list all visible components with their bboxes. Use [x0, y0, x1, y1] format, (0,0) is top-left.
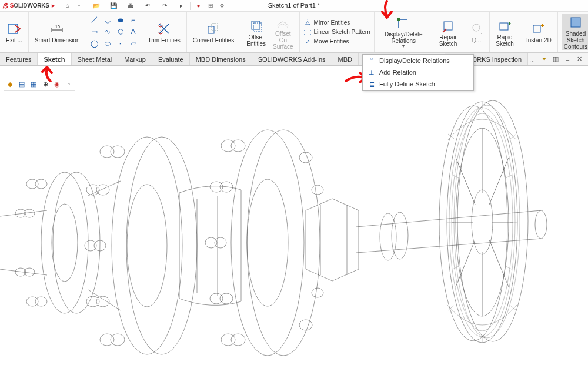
- dropdown-icon[interactable]: ▶: [52, 4, 55, 8]
- svg-point-14: [41, 172, 88, 313]
- offset-label: Offset Entities: [246, 34, 266, 47]
- tab-overflow-icon[interactable]: …: [528, 55, 536, 63]
- title-bar: ẞ SOLIDWORKS ▶ ⌂ ▫ 📂 💾 🖶 ↶ ↷ ▸ ● ⊞ ⚙ Ske…: [0, 0, 588, 12]
- svg-line-68: [489, 158, 509, 205]
- app-name-mid: OLID: [14, 2, 27, 9]
- svg-rect-11: [500, 23, 508, 30]
- save-icon[interactable]: 💾: [109, 1, 118, 11]
- tab-evaluate[interactable]: Evaluate: [152, 53, 190, 65]
- new-doc-icon[interactable]: ▫: [75, 1, 84, 11]
- svg-line-30: [88, 181, 121, 196]
- svg-line-80: [448, 306, 454, 310]
- display-delete-icon: ⸋: [368, 56, 376, 65]
- repair-sketch-button[interactable]: Repair Sketch: [437, 18, 460, 47]
- tab-minus-icon[interactable]: –: [563, 55, 572, 63]
- offset-entities-button[interactable]: Offset Entities: [244, 18, 268, 47]
- dropdown-chevron-icon: ▾: [402, 44, 405, 49]
- command-manager-tabs: Features Sketch Sheet Metal Markup Evalu…: [0, 53, 588, 66]
- spline-tool-icon[interactable]: ∿: [103, 27, 112, 36]
- open-icon[interactable]: 📂: [92, 1, 101, 11]
- tab-mbd-label: MBD: [338, 56, 352, 63]
- add-relation-icon: ⊥: [368, 68, 376, 76]
- polygon-tool-icon[interactable]: ⬡: [116, 27, 125, 36]
- slot-tool-icon[interactable]: ⬬: [116, 15, 125, 25]
- relations-label: Display/Delete Relations: [385, 31, 422, 44]
- plane-tool-icon[interactable]: ▱: [129, 39, 138, 48]
- svg-point-53: [215, 237, 226, 248]
- tab-sketch[interactable]: Sketch: [38, 53, 71, 65]
- print-icon[interactable]: 🖶: [126, 1, 135, 11]
- dropdown-add-relation[interactable]: ⊥ Add Relation: [363, 66, 473, 78]
- redo-icon[interactable]: ↷: [160, 1, 169, 11]
- dropdown-fully-define[interactable]: ⊑ Fully Define Sketch: [363, 78, 473, 90]
- app-name-rest: WORKS: [27, 2, 49, 9]
- exit-sketch-button[interactable]: Exit ...: [4, 21, 25, 43]
- group-sketch-tools: ／ ▭ ◯ ◡ ∿ ⬭ ⬬ ⬡ · ⌐ A ▱: [86, 12, 142, 52]
- tab-search-icon[interactable]: ✦: [540, 55, 548, 63]
- circle-tool-icon[interactable]: ◯: [90, 39, 99, 48]
- arc-tool-icon[interactable]: ◡: [103, 15, 112, 25]
- shaded-sketch-contours-button[interactable]: Shaded Sketch Contours: [562, 14, 588, 50]
- linear-pattern-button[interactable]: ⋮⋮Linear Sketch Pattern: [303, 28, 370, 36]
- group-instant2d: Instant2D: [520, 12, 558, 52]
- text-tool-icon[interactable]: A: [129, 27, 138, 36]
- tab-options-icon[interactable]: ▥: [552, 55, 560, 63]
- line-tool-icon[interactable]: ／: [90, 15, 99, 25]
- dropdown-display-delete[interactable]: ⸋ Display/Delete Relations: [363, 55, 473, 66]
- fully-define-icon: ⊑: [368, 80, 376, 88]
- fm-property-icon[interactable]: ▦: [28, 79, 39, 89]
- fm-config-icon[interactable]: ⊕: [40, 79, 51, 89]
- tab-mbd[interactable]: MBD: [332, 53, 359, 65]
- offset-on-surface-button[interactable]: Offset On Surface: [270, 14, 295, 50]
- ellipse-tool-icon[interactable]: ⬭: [103, 39, 112, 48]
- rectangle-tool-icon[interactable]: ▭: [90, 27, 99, 36]
- svg-line-84: [453, 175, 459, 178]
- quick-label: Q...: [472, 37, 481, 43]
- rebuild-icon[interactable]: ●: [194, 1, 203, 11]
- instant2d-button[interactable]: Instant2D: [524, 21, 554, 43]
- undo-icon[interactable]: ↶: [143, 1, 152, 11]
- tab-addins[interactable]: SOLIDWORKS Add-Ins: [252, 53, 332, 65]
- display-delete-relations-button[interactable]: Display/Delete Relations ▾: [382, 15, 425, 49]
- repair-icon: [441, 19, 455, 33]
- rapid-sketch-button[interactable]: Rapid Sketch: [493, 18, 516, 47]
- point-tool-icon[interactable]: ·: [116, 39, 125, 48]
- fm-extra-icon[interactable]: ▫: [64, 79, 74, 89]
- fm-display-icon[interactable]: ◉: [52, 79, 62, 89]
- tab-mbd-dimensions[interactable]: MBD Dimensions: [190, 53, 252, 65]
- quick-access-toolbar: ⌂ ▫ 📂 💾 🖶 ↶ ↷ ▸ ● ⊞ ⚙: [63, 1, 227, 11]
- svg-point-36: [96, 185, 109, 195]
- tab-close-icon[interactable]: ✕: [575, 55, 583, 63]
- fm-tree-icon[interactable]: ▤: [16, 79, 27, 89]
- graphics-viewport[interactable]: [0, 93, 588, 392]
- svg-rect-8: [397, 18, 400, 21]
- home-icon[interactable]: ⌂: [63, 1, 72, 11]
- svg-point-59: [392, 212, 408, 259]
- offset-surface-icon: [276, 15, 290, 29]
- svg-point-39: [86, 296, 99, 307]
- convert-entities-button[interactable]: Convert Entities: [191, 21, 237, 43]
- svg-point-20: [26, 179, 38, 189]
- group-repair: Repair Sketch: [433, 12, 464, 52]
- tab-features[interactable]: Features: [0, 53, 38, 65]
- svg-line-86: [453, 266, 459, 269]
- group-offset: Offset Entities Offset On Surface: [240, 12, 299, 52]
- svg-point-64: [472, 190, 493, 254]
- move-entities-button[interactable]: ↗Move Entities: [303, 38, 370, 46]
- svg-point-27: [112, 137, 182, 354]
- offset-icon: [249, 19, 263, 33]
- fm-history-icon[interactable]: ◆: [5, 79, 15, 89]
- settings-icon[interactable]: ⚙: [218, 1, 227, 11]
- mirror-entities-button[interactable]: ⧊Mirror Entities: [303, 19, 370, 27]
- smart-dimension-button[interactable]: 10 Smart Dimension: [32, 21, 82, 43]
- svg-point-42: [231, 130, 304, 356]
- svg-point-48: [221, 334, 235, 346]
- tab-markup[interactable]: Markup: [118, 53, 152, 65]
- trim-icon: [157, 22, 171, 36]
- options-icon[interactable]: ⊞: [206, 1, 215, 11]
- quick-snaps-button[interactable]: Q...: [467, 21, 486, 43]
- trim-entities-button[interactable]: Trim Entities: [146, 21, 183, 43]
- fillet-tool-icon[interactable]: ⌐: [129, 15, 138, 25]
- select-icon[interactable]: ▸: [177, 1, 186, 11]
- tab-sheet-metal[interactable]: Sheet Metal: [72, 53, 119, 65]
